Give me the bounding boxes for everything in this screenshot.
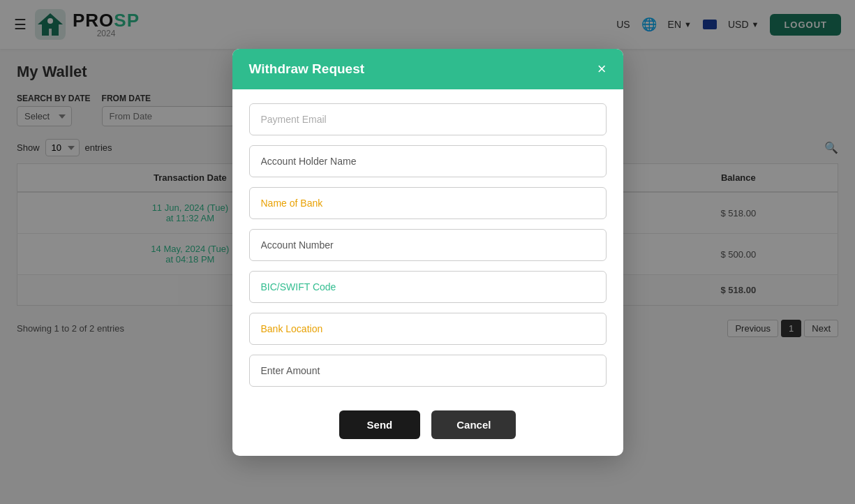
send-button[interactable]: Send [339, 410, 421, 439]
modal-title: Withdraw Request [249, 61, 365, 77]
modal-header: Withdraw Request × [232, 49, 623, 89]
withdraw-modal: Withdraw Request × Send Cancel [232, 49, 623, 456]
modal-body [232, 89, 623, 403]
name-of-bank-input[interactable] [249, 187, 607, 219]
enter-amount-input[interactable] [249, 355, 607, 387]
modal-footer: Send Cancel [232, 403, 623, 456]
account-holder-name-input[interactable] [249, 145, 607, 177]
payment-email-input[interactable] [249, 103, 607, 135]
cancel-button[interactable]: Cancel [431, 410, 516, 439]
bic-swift-input[interactable] [249, 271, 607, 303]
modal-close-button[interactable]: × [597, 61, 607, 77]
account-number-input[interactable] [249, 229, 607, 261]
modal-overlay: Withdraw Request × Send Cancel [0, 0, 855, 504]
bank-location-input[interactable] [249, 313, 607, 345]
